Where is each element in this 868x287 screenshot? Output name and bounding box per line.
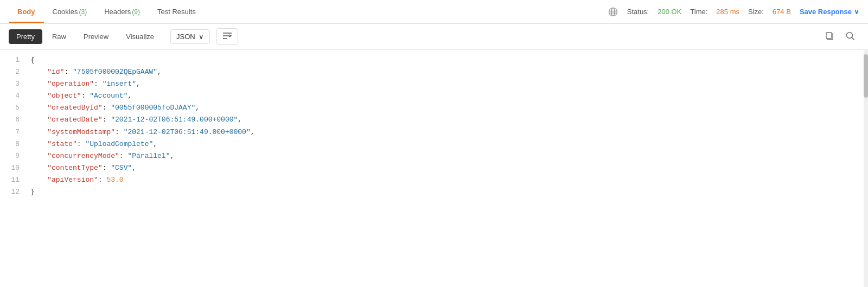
tab-cookies-label: Cookies (53, 8, 78, 16)
size-value: 674 B (773, 8, 791, 16)
tab-test-results-label: Test Results (157, 8, 196, 16)
svg-line-11 (852, 37, 854, 40)
json-line-5: "createdById": "0055f000005foDJAAY", (30, 102, 859, 114)
status-label: Status: (627, 8, 649, 16)
code-area: 1 2 3 4 5 6 7 8 9 10 11 12 { "id": "7505… (0, 50, 864, 287)
tab-bar-left: Body Cookies(3) Headers(9) Test Results (9, 1, 608, 22)
json-line-3: "operation": "insert", (30, 78, 859, 90)
json-line-11: "apiVersion": 53.0 (30, 174, 859, 186)
scrollbar-track[interactable] (864, 50, 868, 287)
json-line-2: "id": "7505f000002QEpGAAW", (30, 66, 859, 78)
svg-point-10 (847, 32, 853, 38)
search-button[interactable] (841, 29, 859, 45)
json-line-1: { (30, 54, 859, 66)
time-value: 285 ms (716, 8, 739, 16)
view-preview-button[interactable]: Preview (76, 29, 116, 44)
scrollbar-thumb-top[interactable] (864, 54, 868, 98)
wrap-button[interactable] (216, 28, 238, 45)
json-line-4: "object": "Account", (30, 90, 859, 102)
save-response-chevron: ∨ (854, 8, 859, 16)
format-select[interactable]: JSON ∨ (170, 29, 210, 44)
tab-cookies-badge: (3) (79, 8, 87, 16)
tab-body[interactable]: Body (9, 1, 44, 22)
tab-body-label: Body (17, 8, 35, 16)
format-chevron: ∨ (199, 33, 204, 41)
json-line-7: "systemModstamp": "2021-12-02T06:51:49.0… (30, 126, 859, 138)
view-visualize-button[interactable]: Visualize (118, 29, 162, 44)
json-line-12: } (30, 186, 859, 198)
tab-test-results[interactable]: Test Results (149, 1, 205, 22)
tab-cookies[interactable]: Cookies(3) (44, 1, 96, 22)
tab-headers-badge: (9) (132, 8, 140, 16)
tab-headers[interactable]: Headers(9) (95, 1, 149, 22)
format-label: JSON (176, 33, 195, 41)
tab-headers-label: Headers (104, 8, 131, 16)
tab-bar-right: Status: 200 OK Time: 285 ms Size: 674 B … (608, 7, 859, 17)
sub-toolbar: Pretty Raw Preview Visualize JSON ∨ (0, 24, 868, 50)
status-value: 200 OK (658, 8, 681, 16)
svg-rect-9 (826, 33, 832, 39)
save-response-label: Save Response (800, 8, 852, 16)
view-raw-button[interactable]: Raw (44, 29, 74, 44)
tab-bar: Body Cookies(3) Headers(9) Test Results … (0, 0, 868, 24)
json-line-9: "concurrencyMode": "Parallel", (30, 150, 859, 162)
time-label: Time: (690, 8, 707, 16)
line-numbers: 1 2 3 4 5 6 7 8 9 10 11 12 (0, 54, 26, 287)
json-line-10: "contentType": "CSV", (30, 162, 859, 174)
code-area-wrapper: 1 2 3 4 5 6 7 8 9 10 11 12 { "id": "7505… (0, 50, 868, 287)
view-pretty-button[interactable]: Pretty (9, 29, 42, 44)
save-response-button[interactable]: Save Response ∨ (800, 8, 859, 16)
code-content: { "id": "7505f000002QEpGAAW", "operation… (26, 54, 864, 287)
json-line-6: "createdDate": "2021-12-02T06:51:49.000+… (30, 114, 859, 126)
globe-icon (608, 7, 618, 17)
copy-button[interactable] (820, 29, 839, 45)
size-label: Size: (748, 8, 764, 16)
json-line-8: "state": "UploadComplete", (30, 138, 859, 150)
